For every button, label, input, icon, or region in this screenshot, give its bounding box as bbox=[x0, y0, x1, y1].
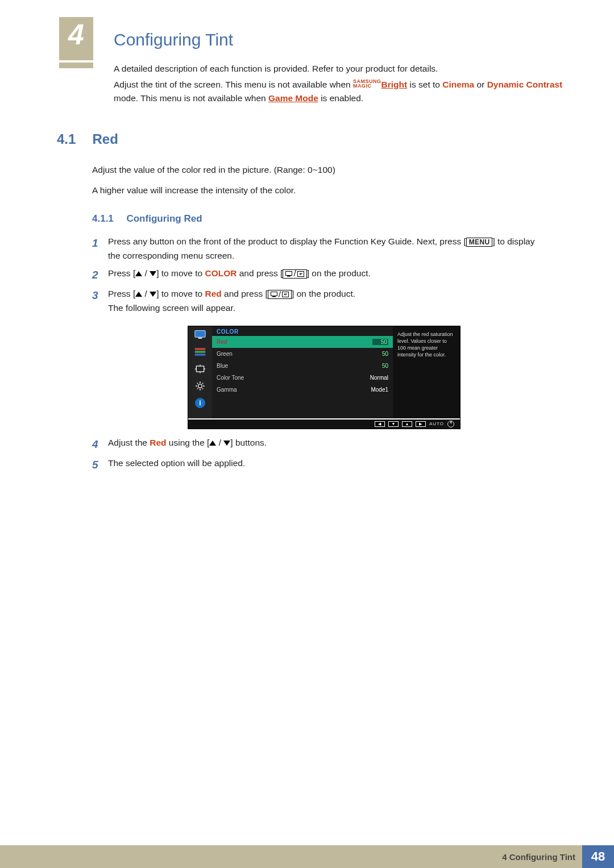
step-3: 3 Press [ / ] to move to Red and press [… bbox=[92, 287, 541, 315]
up-arrow-icon bbox=[135, 292, 142, 297]
menu-button-label: MENU bbox=[466, 238, 493, 247]
step-1: 1 Press any button on the front of the p… bbox=[92, 235, 541, 263]
footer-chapter-title: 4 Configuring Tint bbox=[502, 852, 582, 862]
svg-point-12 bbox=[198, 384, 202, 388]
svg-rect-8 bbox=[195, 348, 205, 350]
svg-rect-1 bbox=[287, 276, 291, 277]
color-icon bbox=[194, 347, 206, 357]
osd-value: 50 bbox=[372, 351, 388, 357]
auto-label: AUTO bbox=[429, 421, 444, 426]
step-number: 1 bbox=[92, 235, 108, 263]
svg-rect-3 bbox=[271, 292, 277, 296]
bright-link[interactable]: Bright bbox=[381, 80, 408, 89]
red-term: Red bbox=[205, 289, 221, 298]
intro-line1: A detailed description of each function … bbox=[114, 62, 569, 76]
svg-rect-10 bbox=[195, 354, 205, 355]
size-icon bbox=[194, 364, 206, 374]
svg-rect-4 bbox=[272, 296, 276, 297]
nav-up-icon[interactable]: ▲ bbox=[402, 421, 412, 427]
up-arrow-icon bbox=[209, 441, 216, 446]
nav-left-icon[interactable]: ◀ bbox=[375, 421, 385, 427]
information-icon: i bbox=[195, 398, 205, 408]
osd-value: 50 bbox=[372, 363, 388, 369]
settings-icon bbox=[194, 381, 206, 391]
osd-row-gamma[interactable]: Gamma Mode1 bbox=[212, 384, 393, 396]
steps-list: 1 Press any button on the front of the p… bbox=[92, 235, 541, 315]
subsection-heading: 4.1.1 Configuring Red bbox=[92, 213, 569, 225]
page-footer: 4 Configuring Tint 48 bbox=[0, 845, 614, 868]
osd-value: Mode1 bbox=[360, 387, 388, 393]
down-arrow-icon bbox=[150, 271, 156, 276]
osd-label: Green bbox=[217, 351, 256, 357]
osd-category-icons: i bbox=[188, 326, 212, 418]
step-2: 2 Press [ / ] to move to COLOR and press… bbox=[92, 267, 541, 284]
osd-row-green[interactable]: Green 50 bbox=[212, 348, 393, 360]
step-4: 4 Adjust the Red using the [ / ] buttons… bbox=[92, 436, 541, 453]
picture-icon bbox=[194, 330, 206, 340]
step-5: 5 The selected option will be applied. bbox=[92, 456, 541, 474]
cinema-term: Cinema bbox=[442, 80, 474, 89]
svg-rect-11 bbox=[196, 366, 204, 372]
osd-screenshot: i COLOR Red 50 Green 50 Blue bbox=[188, 326, 569, 429]
source-enter-icon: / bbox=[283, 269, 306, 279]
game-mode-link[interactable]: Game Mode bbox=[268, 93, 318, 103]
osd-label: Color Tone bbox=[217, 375, 256, 381]
body-p2: A higher value will increase the intensi… bbox=[92, 184, 536, 197]
red-term: Red bbox=[150, 438, 166, 447]
step-number: 5 bbox=[92, 456, 108, 474]
step-number: 4 bbox=[92, 436, 108, 453]
step-number: 3 bbox=[92, 287, 108, 315]
steps-list-cont: 4 Adjust the Red using the [ / ] buttons… bbox=[92, 436, 541, 474]
intro-paragraph: A detailed description of each function … bbox=[114, 62, 569, 105]
osd-label: Blue bbox=[217, 363, 256, 369]
section-title: Red bbox=[92, 131, 118, 147]
osd-value: 50 bbox=[372, 339, 388, 345]
subsection-number: 4.1.1 bbox=[92, 213, 124, 225]
section-number: 4.1 bbox=[57, 131, 90, 147]
dynamic-contrast-term: Dynamic Contrast bbox=[487, 80, 563, 89]
osd-row-blue[interactable]: Blue 50 bbox=[212, 360, 393, 372]
chapter-title: Configuring Tint bbox=[114, 30, 569, 49]
intro-line2: Adjust the tint of the screen. This menu… bbox=[114, 78, 569, 105]
svg-rect-9 bbox=[195, 351, 205, 352]
page-number: 48 bbox=[582, 845, 614, 868]
power-icon[interactable] bbox=[447, 421, 454, 427]
color-term: COLOR bbox=[205, 268, 237, 278]
svg-rect-7 bbox=[198, 338, 202, 339]
osd-header: COLOR bbox=[212, 326, 393, 336]
osd-value: Normal bbox=[360, 375, 388, 381]
samsung-magic-logo: SAMSUNGMAGIC bbox=[353, 79, 381, 88]
osd-nav-footer: ◀ ▼ ▲ ▶ AUTO bbox=[188, 418, 460, 429]
osd-help-panel: Adjust the red saturation level. Values … bbox=[393, 326, 460, 418]
page: 4 Configuring Tint A detailed descriptio… bbox=[0, 0, 614, 868]
osd-content: COLOR Red 50 Green 50 Blue 50 bbox=[212, 326, 393, 418]
nav-right-icon[interactable]: ▶ bbox=[416, 421, 426, 427]
section-body: Adjust the value of the color red in the… bbox=[92, 163, 536, 197]
down-arrow-icon bbox=[150, 292, 156, 297]
nav-down-icon[interactable]: ▼ bbox=[388, 421, 399, 427]
source-enter-icon: / bbox=[268, 290, 292, 299]
body-p1: Adjust the value of the color red in the… bbox=[92, 163, 536, 177]
step-number: 2 bbox=[92, 267, 108, 284]
osd-row-colortone[interactable]: Color Tone Normal bbox=[212, 372, 393, 384]
svg-rect-6 bbox=[195, 330, 205, 337]
down-arrow-icon bbox=[223, 441, 230, 446]
osd-window: i COLOR Red 50 Green 50 Blue bbox=[188, 326, 460, 429]
svg-rect-0 bbox=[286, 271, 292, 275]
chapter-number-tab: 4 bbox=[59, 17, 93, 63]
section-heading: 4.1 Red bbox=[57, 131, 569, 147]
subsection-title: Configuring Red bbox=[126, 213, 202, 224]
osd-label: Gamma bbox=[217, 387, 256, 393]
osd-label: Red bbox=[217, 339, 256, 345]
up-arrow-icon bbox=[135, 271, 142, 276]
osd-row-red[interactable]: Red 50 bbox=[212, 336, 393, 348]
